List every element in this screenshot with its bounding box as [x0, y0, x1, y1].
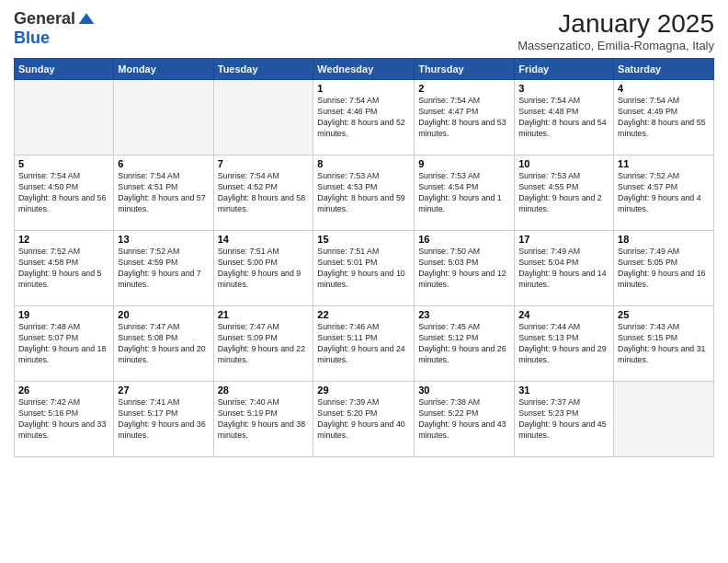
calendar-week-3: 12Sunrise: 7:52 AM Sunset: 4:58 PM Dayli… [15, 231, 714, 306]
day-number: 4 [618, 83, 710, 94]
calendar-cell: 2Sunrise: 7:54 AM Sunset: 4:47 PM Daylig… [415, 80, 515, 155]
calendar-cell: 27Sunrise: 7:41 AM Sunset: 5:17 PM Dayli… [114, 382, 213, 457]
day-number: 19 [18, 309, 109, 320]
page: General Blue January 2025 Massenzatico, … [0, 0, 728, 563]
calendar-cell: 6Sunrise: 7:54 AM Sunset: 4:51 PM Daylig… [114, 155, 213, 231]
day-number: 23 [418, 309, 510, 320]
calendar-cell: 5Sunrise: 7:54 AM Sunset: 4:50 PM Daylig… [15, 155, 114, 231]
header-tuesday: Tuesday [213, 59, 313, 80]
calendar-title: January 2025 [518, 9, 714, 39]
cell-info: Sunrise: 7:37 AM Sunset: 5:23 PM Dayligh… [518, 397, 609, 442]
cell-info: Sunrise: 7:47 AM Sunset: 5:08 PM Dayligh… [118, 322, 209, 366]
calendar-cell: 30Sunrise: 7:38 AM Sunset: 5:22 PM Dayli… [415, 382, 515, 457]
cell-info: Sunrise: 7:50 AM Sunset: 5:03 PM Dayligh… [418, 247, 510, 291]
calendar-subtitle: Massenzatico, Emilia-Romagna, Italy [518, 39, 714, 52]
calendar-cell: 13Sunrise: 7:52 AM Sunset: 4:59 PM Dayli… [114, 231, 213, 306]
calendar-week-5: 26Sunrise: 7:42 AM Sunset: 5:16 PM Dayli… [15, 382, 714, 457]
calendar-cell: 25Sunrise: 7:43 AM Sunset: 5:15 PM Dayli… [614, 306, 714, 382]
calendar-cell [15, 80, 114, 155]
cell-info: Sunrise: 7:53 AM Sunset: 4:53 PM Dayligh… [317, 171, 410, 215]
cell-info: Sunrise: 7:54 AM Sunset: 4:47 PM Dayligh… [418, 96, 510, 140]
cell-info: Sunrise: 7:54 AM Sunset: 4:51 PM Dayligh… [118, 171, 209, 215]
cell-info: Sunrise: 7:48 AM Sunset: 5:07 PM Dayligh… [18, 322, 109, 366]
day-number: 14 [218, 234, 310, 245]
day-number: 7 [218, 158, 310, 169]
calendar-cell: 10Sunrise: 7:53 AM Sunset: 4:55 PM Dayli… [515, 155, 614, 231]
day-number: 11 [618, 158, 710, 169]
calendar-cell: 29Sunrise: 7:39 AM Sunset: 5:20 PM Dayli… [313, 382, 415, 457]
calendar-cell: 21Sunrise: 7:47 AM Sunset: 5:09 PM Dayli… [213, 306, 313, 382]
cell-info: Sunrise: 7:54 AM Sunset: 4:48 PM Dayligh… [518, 96, 609, 140]
title-block: January 2025 Massenzatico, Emilia-Romagn… [518, 9, 714, 52]
calendar-header-row: Sunday Monday Tuesday Wednesday Thursday… [15, 59, 714, 80]
day-number: 6 [118, 158, 209, 169]
day-number: 13 [118, 234, 209, 245]
day-number: 10 [518, 158, 609, 169]
calendar-cell: 15Sunrise: 7:51 AM Sunset: 5:01 PM Dayli… [313, 231, 415, 306]
header-saturday: Saturday [614, 59, 714, 80]
calendar-cell: 23Sunrise: 7:45 AM Sunset: 5:12 PM Dayli… [415, 306, 515, 382]
calendar-cell: 18Sunrise: 7:49 AM Sunset: 5:05 PM Dayli… [614, 231, 714, 306]
cell-info: Sunrise: 7:47 AM Sunset: 5:09 PM Dayligh… [218, 322, 310, 366]
calendar-cell: 16Sunrise: 7:50 AM Sunset: 5:03 PM Dayli… [415, 231, 515, 306]
logo-icon [77, 10, 96, 29]
cell-info: Sunrise: 7:49 AM Sunset: 5:05 PM Dayligh… [618, 247, 710, 291]
calendar-cell: 14Sunrise: 7:51 AM Sunset: 5:00 PM Dayli… [213, 231, 313, 306]
header-wednesday: Wednesday [313, 59, 415, 80]
day-number: 8 [317, 158, 410, 169]
calendar-cell: 31Sunrise: 7:37 AM Sunset: 5:23 PM Dayli… [515, 382, 614, 457]
day-number: 20 [118, 309, 209, 320]
day-number: 16 [418, 234, 510, 245]
cell-info: Sunrise: 7:53 AM Sunset: 4:55 PM Dayligh… [518, 171, 609, 215]
header-thursday: Thursday [415, 59, 515, 80]
day-number: 28 [218, 385, 310, 396]
cell-info: Sunrise: 7:54 AM Sunset: 4:52 PM Dayligh… [218, 171, 310, 215]
day-number: 12 [18, 234, 109, 245]
calendar-cell [614, 382, 714, 457]
day-number: 15 [317, 234, 410, 245]
day-number: 2 [418, 83, 510, 94]
day-number: 3 [518, 83, 609, 94]
calendar-cell: 19Sunrise: 7:48 AM Sunset: 5:07 PM Dayli… [15, 306, 114, 382]
calendar-cell: 28Sunrise: 7:40 AM Sunset: 5:19 PM Dayli… [213, 382, 313, 457]
day-number: 30 [418, 385, 510, 396]
cell-info: Sunrise: 7:52 AM Sunset: 4:57 PM Dayligh… [618, 171, 710, 215]
cell-info: Sunrise: 7:53 AM Sunset: 4:54 PM Dayligh… [418, 171, 510, 215]
cell-info: Sunrise: 7:51 AM Sunset: 5:01 PM Dayligh… [317, 247, 410, 291]
cell-info: Sunrise: 7:54 AM Sunset: 4:46 PM Dayligh… [317, 96, 410, 140]
calendar-cell: 17Sunrise: 7:49 AM Sunset: 5:04 PM Dayli… [515, 231, 614, 306]
header-sunday: Sunday [15, 59, 114, 80]
day-number: 25 [618, 309, 710, 320]
day-number: 26 [18, 385, 109, 396]
day-number: 1 [317, 83, 410, 94]
cell-info: Sunrise: 7:54 AM Sunset: 4:50 PM Dayligh… [18, 171, 109, 215]
calendar-cell [114, 80, 213, 155]
calendar-cell: 3Sunrise: 7:54 AM Sunset: 4:48 PM Daylig… [515, 80, 614, 155]
day-number: 31 [518, 385, 609, 396]
logo-blue: Blue [14, 29, 50, 48]
cell-info: Sunrise: 7:43 AM Sunset: 5:15 PM Dayligh… [618, 322, 710, 366]
cell-info: Sunrise: 7:52 AM Sunset: 4:58 PM Dayligh… [18, 247, 109, 291]
calendar-cell: 20Sunrise: 7:47 AM Sunset: 5:08 PM Dayli… [114, 306, 213, 382]
day-number: 27 [118, 385, 209, 396]
day-number: 29 [317, 385, 410, 396]
header-friday: Friday [515, 59, 614, 80]
cell-info: Sunrise: 7:41 AM Sunset: 5:17 PM Dayligh… [118, 397, 209, 442]
cell-info: Sunrise: 7:54 AM Sunset: 4:49 PM Dayligh… [618, 96, 710, 140]
day-number: 21 [218, 309, 310, 320]
cell-info: Sunrise: 7:49 AM Sunset: 5:04 PM Dayligh… [518, 247, 609, 291]
calendar-cell: 12Sunrise: 7:52 AM Sunset: 4:58 PM Dayli… [15, 231, 114, 306]
calendar-week-4: 19Sunrise: 7:48 AM Sunset: 5:07 PM Dayli… [15, 306, 714, 382]
cell-info: Sunrise: 7:45 AM Sunset: 5:12 PM Dayligh… [418, 322, 510, 366]
calendar-cell: 24Sunrise: 7:44 AM Sunset: 5:13 PM Dayli… [515, 306, 614, 382]
day-number: 24 [518, 309, 609, 320]
cell-info: Sunrise: 7:44 AM Sunset: 5:13 PM Dayligh… [518, 322, 609, 366]
calendar-cell [213, 80, 313, 155]
calendar-cell: 1Sunrise: 7:54 AM Sunset: 4:46 PM Daylig… [313, 80, 415, 155]
day-number: 5 [18, 158, 109, 169]
cell-info: Sunrise: 7:40 AM Sunset: 5:19 PM Dayligh… [218, 397, 310, 442]
calendar-cell: 11Sunrise: 7:52 AM Sunset: 4:57 PM Dayli… [614, 155, 714, 231]
calendar-week-2: 5Sunrise: 7:54 AM Sunset: 4:50 PM Daylig… [15, 155, 714, 231]
cell-info: Sunrise: 7:51 AM Sunset: 5:00 PM Dayligh… [218, 247, 310, 291]
calendar-cell: 8Sunrise: 7:53 AM Sunset: 4:53 PM Daylig… [313, 155, 415, 231]
